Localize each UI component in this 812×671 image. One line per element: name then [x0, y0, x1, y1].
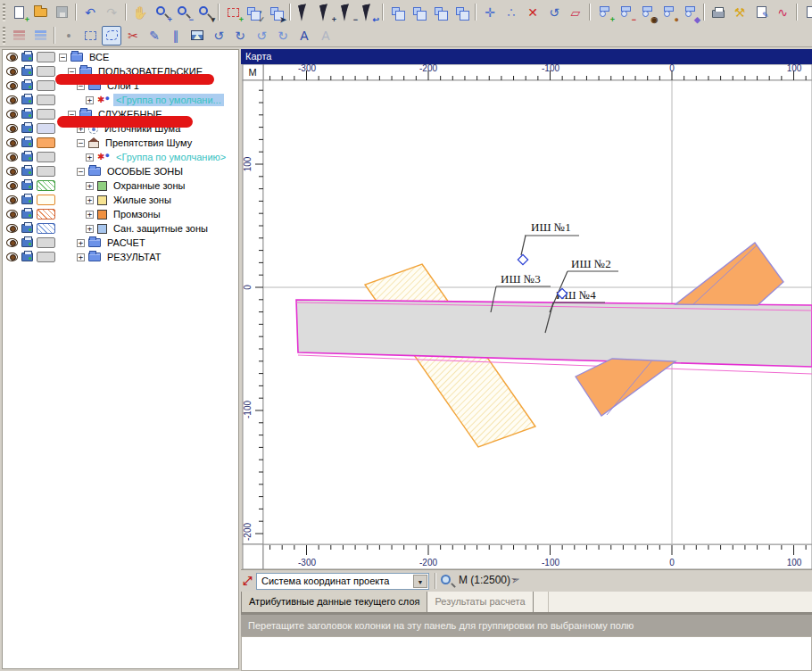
- arc-tool-2-button[interactable]: ↻: [230, 26, 250, 46]
- layer-print-icon[interactable]: [21, 53, 33, 62]
- select-special-button[interactable]: ✓▾: [244, 3, 264, 22]
- layer-color-swatch[interactable]: [37, 237, 55, 248]
- scale-magnifier-icon[interactable]: [441, 575, 451, 584]
- coordinate-system-combo[interactable]: Система координат проекта ▼: [256, 573, 429, 590]
- expand-plus-icon[interactable]: +: [86, 153, 94, 162]
- layer-print-icon[interactable]: [21, 153, 33, 162]
- visibility-eye-icon[interactable]: [6, 138, 18, 147]
- visibility-eye-icon[interactable]: [6, 53, 18, 62]
- legend-remove-button[interactable]: −: [616, 3, 635, 22]
- toolbar-grip[interactable]: [3, 27, 5, 45]
- visibility-eye-icon[interactable]: [6, 210, 18, 219]
- chevron-down-icon[interactable]: ▼: [413, 575, 427, 588]
- polygon-select-button[interactable]: [102, 26, 121, 46]
- layer-print-icon[interactable]: [21, 167, 33, 176]
- layer-print-icon[interactable]: [21, 110, 33, 119]
- tab-attribute-data[interactable]: Атрибутивные данные текущего слоя: [241, 592, 427, 612]
- zoom-out-button[interactable]: −: [173, 3, 193, 22]
- map-canvas-svg[interactable]: М-300-300-200-200-100-100001001001000-10…: [241, 64, 812, 569]
- layer-color-swatch[interactable]: [37, 95, 55, 105]
- layer-tree-row[interactable]: −ОСОБЫЕ ЗОНЫ: [3, 164, 238, 178]
- shape-xor-button[interactable]: [452, 3, 471, 22]
- layer-label[interactable]: РЕЗУЛЬТАТ: [104, 251, 163, 263]
- layer-label[interactable]: ВСЕ: [87, 51, 112, 63]
- visibility-eye-icon[interactable]: [6, 195, 18, 204]
- layer-print-icon[interactable]: [21, 138, 33, 147]
- group-by-panel[interactable]: Перетащите заголовок колонки на эту пане…: [241, 613, 812, 636]
- arc-tool-4-button[interactable]: ↻: [273, 26, 293, 46]
- layer-label[interactable]: ОСОБЫЕ ЗОНЫ: [104, 165, 186, 178]
- layer-tree-row[interactable]: −ВСЕ: [3, 50, 238, 64]
- noise-source-label[interactable]: ИШ №1: [531, 220, 571, 234]
- layer-print-icon[interactable]: [21, 181, 33, 190]
- layer-color-swatch[interactable]: [37, 66, 55, 77]
- open-file-button[interactable]: [30, 3, 50, 22]
- layer-color-swatch[interactable]: [37, 137, 55, 148]
- visibility-eye-icon[interactable]: [6, 110, 18, 119]
- expand-plus-icon[interactable]: +: [86, 96, 94, 104]
- expand-plus-icon[interactable]: +: [77, 253, 85, 261]
- layer-color-swatch[interactable]: [37, 80, 55, 91]
- layer-tree-row[interactable]: +Сан. защитные зоны: [3, 221, 238, 236]
- shape-union-button[interactable]: [387, 3, 407, 22]
- tab-calc-results[interactable]: Результаты расчета: [427, 592, 533, 612]
- attribute-grid-empty[interactable]: [241, 636, 812, 671]
- collapse-minus-icon[interactable]: −: [59, 54, 67, 62]
- node-edit-button[interactable]: ∴: [501, 3, 521, 22]
- layer-label[interactable]: РАСЧЕТ: [104, 236, 148, 249]
- layers-a-button[interactable]: [9, 26, 29, 46]
- collapse-minus-icon[interactable]: −: [77, 168, 85, 176]
- layer-color-swatch[interactable]: [37, 180, 55, 191]
- expand-plus-icon[interactable]: +: [86, 225, 94, 233]
- visibility-eye-icon[interactable]: [6, 253, 18, 261]
- layer-tree-row[interactable]: +Жилые зоны: [3, 193, 238, 207]
- layer-color-swatch[interactable]: [37, 195, 55, 205]
- pointer-subtract-button[interactable]: −: [337, 3, 357, 22]
- layer-label[interactable]: <Группа по умолчанию>: [113, 151, 228, 163]
- layer-print-icon[interactable]: [21, 81, 33, 90]
- layer-tree-row[interactable]: +Промзоны: [3, 207, 238, 221]
- pointer-special-button[interactable]: ↩: [359, 3, 378, 22]
- layer-print-icon[interactable]: [21, 95, 33, 104]
- expand-plus-icon[interactable]: +: [77, 239, 85, 247]
- visibility-eye-icon[interactable]: [6, 124, 18, 133]
- shape-subtract-button[interactable]: [430, 3, 450, 22]
- layer-tree-row[interactable]: +Охранные зоны: [3, 178, 238, 193]
- layer-print-icon[interactable]: [21, 67, 33, 76]
- layer-print-icon[interactable]: [21, 238, 33, 247]
- layer-label[interactable]: Промзоны: [111, 208, 163, 220]
- arc-tool-1-button[interactable]: ↺: [209, 26, 228, 46]
- zoom-extent-button[interactable]: ▾: [195, 3, 214, 22]
- visibility-eye-icon[interactable]: [6, 95, 18, 104]
- layer-print-icon[interactable]: [21, 124, 33, 133]
- rotate-view-button[interactable]: ↺: [544, 3, 564, 22]
- rect-select-button[interactable]: [80, 26, 100, 46]
- report-button[interactable]: [751, 3, 771, 22]
- undo-button[interactable]: ↶: [80, 3, 100, 22]
- visibility-eye-icon[interactable]: [6, 67, 18, 76]
- pointer-flick-icon[interactable]: ➣: [509, 572, 521, 587]
- print-button[interactable]: [708, 3, 728, 22]
- draw-parallel-button[interactable]: ∥: [166, 26, 186, 46]
- insert-image-button[interactable]: [187, 26, 207, 46]
- select-object-button[interactable]: ➤: [266, 3, 286, 22]
- new-file-button[interactable]: +: [9, 3, 29, 22]
- draw-line-button[interactable]: ✎: [145, 26, 164, 46]
- expand-plus-icon[interactable]: +: [86, 182, 94, 190]
- layer-color-swatch[interactable]: [37, 252, 55, 262]
- layer-tree-row[interactable]: +<Группа по умолчанию>: [3, 150, 238, 164]
- layer-print-icon[interactable]: [21, 210, 33, 219]
- delete-object-button[interactable]: ✕: [523, 3, 543, 22]
- layer-label[interactable]: Сан. защитные зоны: [111, 222, 211, 235]
- noise-source-label[interactable]: ИШ №3: [501, 272, 541, 286]
- text-tool-button[interactable]: A: [294, 26, 314, 46]
- add-selection-button[interactable]: +: [223, 3, 243, 22]
- visibility-eye-icon[interactable]: [6, 224, 18, 233]
- pointer-button[interactable]: [294, 3, 314, 22]
- zoom-in-button[interactable]: +: [152, 3, 171, 22]
- layer-tree-row[interactable]: +РАСЧЕТ: [3, 236, 238, 250]
- visibility-eye-icon[interactable]: [6, 153, 18, 162]
- visibility-eye-icon[interactable]: [6, 238, 18, 247]
- arc-tool-3-button[interactable]: ↺: [252, 26, 271, 46]
- layer-label[interactable]: <Группа по умолчани...: [113, 94, 224, 106]
